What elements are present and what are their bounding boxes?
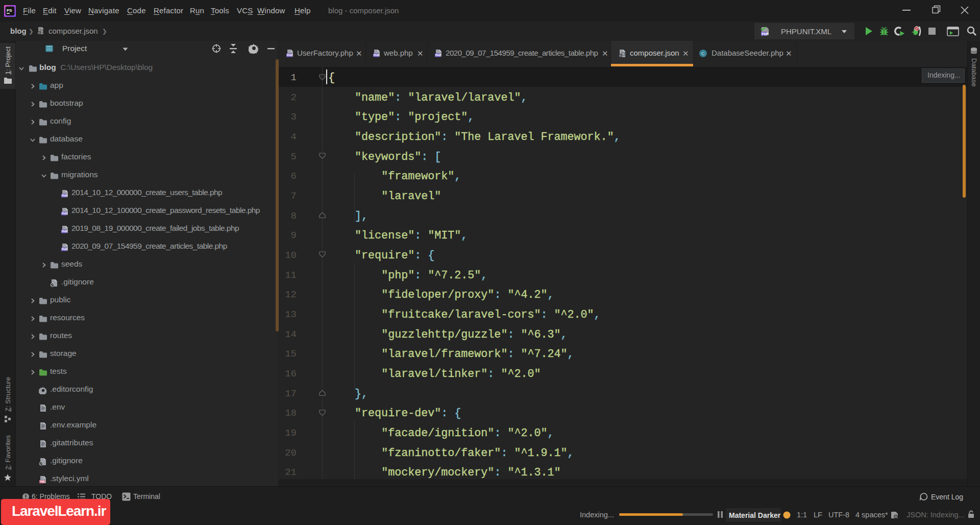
svg-text:PHP: PHP xyxy=(762,32,769,36)
svg-text:PHP: PHP xyxy=(62,230,67,233)
svg-text:PHP: PHP xyxy=(62,212,67,215)
svg-text:PHP: PHP xyxy=(287,54,292,57)
svg-text:C: C xyxy=(701,51,705,56)
svg-text:PHP: PHP xyxy=(374,54,379,57)
svg-text:YML: YML xyxy=(40,480,45,483)
svg-text:PS: PS xyxy=(7,8,12,13)
svg-text:PHP: PHP xyxy=(62,248,67,251)
svg-text:PHP: PHP xyxy=(435,54,441,57)
svg-text:PHP: PHP xyxy=(62,194,67,197)
